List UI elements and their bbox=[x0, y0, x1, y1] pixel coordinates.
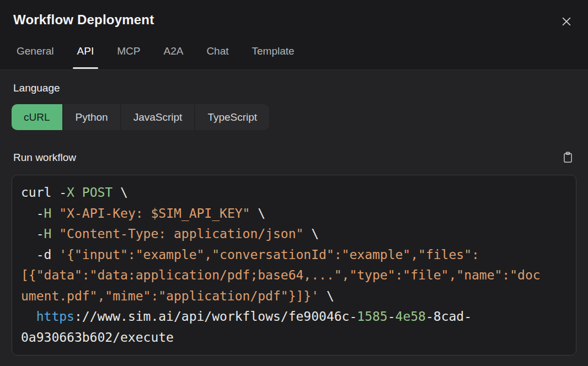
language-label: Language bbox=[13, 82, 576, 94]
language-option-curl[interactable]: cURL bbox=[12, 104, 62, 130]
close-button[interactable] bbox=[558, 13, 575, 30]
code-line: -H "X-API-Key: $SIM_API_KEY" \ bbox=[21, 203, 567, 224]
clipboard-icon bbox=[562, 151, 574, 164]
close-icon bbox=[560, 15, 573, 28]
tab-a2a[interactable]: A2A bbox=[163, 44, 183, 58]
copy-button[interactable] bbox=[561, 150, 575, 165]
modal-header: Workflow Deployment GeneralAPIMCPA2AChat… bbox=[0, 0, 588, 70]
tab-template[interactable]: Template bbox=[252, 44, 295, 58]
code-line: https://www.sim.ai/api/workflows/fe90046… bbox=[21, 306, 567, 327]
code-line: ument.pdf","mime":"application/pdf"}]}' … bbox=[21, 286, 567, 307]
modal-content: Language cURLPythonJavaScriptTypeScript … bbox=[0, 70, 588, 366]
title-row: Workflow Deployment bbox=[13, 12, 575, 30]
run-workflow-row: Run workflow bbox=[12, 150, 576, 165]
modal-title: Workflow Deployment bbox=[13, 12, 154, 28]
code-block[interactable]: curl -X POST \ -H "X-API-Key: $SIM_API_K… bbox=[12, 175, 576, 356]
tab-general[interactable]: General bbox=[17, 44, 54, 58]
workflow-deployment-modal: Workflow Deployment GeneralAPIMCPA2AChat… bbox=[0, 0, 588, 366]
language-option-javascript[interactable]: JavaScript bbox=[121, 104, 195, 130]
language-option-python[interactable]: Python bbox=[63, 104, 120, 130]
tab-mcp[interactable]: MCP bbox=[117, 44, 140, 58]
language-selector: cURLPythonJavaScriptTypeScript bbox=[12, 104, 269, 130]
code-line: 0a930663b602/execute bbox=[21, 327, 567, 348]
code-line: curl -X POST \ bbox=[21, 182, 567, 203]
code-line: -d '{"input":"example","conversationId":… bbox=[21, 245, 567, 266]
tab-api[interactable]: API bbox=[77, 44, 94, 58]
code-line: -H "Content-Type: application/json" \ bbox=[21, 224, 567, 245]
language-option-typescript[interactable]: TypeScript bbox=[195, 104, 269, 130]
code-line: [{"data":"data:application/pdf;base64,..… bbox=[21, 265, 567, 286]
tab-chat[interactable]: Chat bbox=[206, 44, 228, 58]
tab-bar: GeneralAPIMCPA2AChatTemplate bbox=[13, 44, 575, 69]
run-workflow-label: Run workflow bbox=[13, 152, 76, 164]
